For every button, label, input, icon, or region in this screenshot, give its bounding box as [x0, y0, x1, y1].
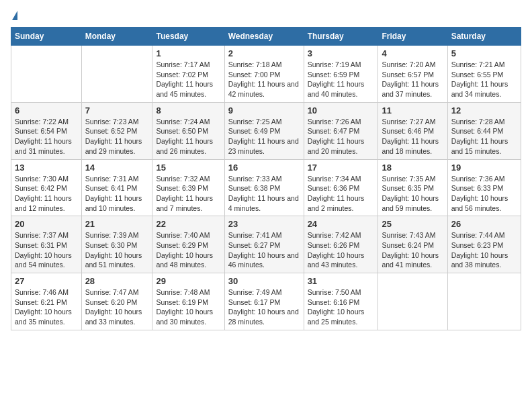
day-number: 24: [308, 219, 375, 229]
day-of-week-header: Wednesday: [224, 28, 304, 46]
calendar-day-cell: 10Sunrise: 7:26 AMSunset: 6:47 PMDayligh…: [304, 102, 378, 159]
day-info: Sunrise: 7:47 AMSunset: 6:20 PMDaylight:…: [85, 287, 149, 327]
day-info: Sunrise: 7:28 AMSunset: 6:44 PMDaylight:…: [451, 117, 517, 156]
day-number: 21: [85, 219, 149, 229]
day-number: 4: [382, 48, 443, 58]
day-info: Sunrise: 7:33 AMSunset: 6:38 PMDaylight:…: [228, 174, 300, 214]
day-info: Sunrise: 7:39 AMSunset: 6:30 PMDaylight:…: [85, 230, 149, 270]
calendar-week-row: 20Sunrise: 7:37 AMSunset: 6:31 PMDayligh…: [11, 216, 521, 273]
calendar-day-cell: 9Sunrise: 7:25 AMSunset: 6:49 PMDaylight…: [224, 102, 304, 159]
calendar-week-row: 13Sunrise: 7:30 AMSunset: 6:42 PMDayligh…: [11, 159, 521, 216]
day-of-week-header: Thursday: [304, 28, 378, 46]
calendar-day-cell: 21Sunrise: 7:39 AMSunset: 6:30 PMDayligh…: [81, 216, 152, 273]
day-info: Sunrise: 7:35 AMSunset: 6:35 PMDaylight:…: [382, 174, 443, 214]
day-number: 28: [85, 276, 149, 286]
calendar-day-cell: 23Sunrise: 7:41 AMSunset: 6:27 PMDayligh…: [224, 216, 304, 273]
page-header: [11, 11, 521, 21]
day-number: 31: [308, 276, 375, 286]
day-number: 8: [156, 105, 220, 116]
day-of-week-header: Monday: [81, 28, 152, 46]
day-number: 2: [228, 48, 300, 58]
day-number: 17: [308, 163, 375, 173]
logo: [11, 11, 17, 21]
calendar-day-cell: 22Sunrise: 7:40 AMSunset: 6:29 PMDayligh…: [152, 216, 224, 273]
calendar-day-cell: [378, 273, 447, 330]
calendar-day-cell: 24Sunrise: 7:42 AMSunset: 6:26 PMDayligh…: [304, 216, 378, 273]
day-number: 20: [15, 219, 78, 229]
calendar-day-cell: [81, 46, 152, 103]
day-info: Sunrise: 7:27 AMSunset: 6:46 PMDaylight:…: [382, 117, 443, 156]
logo-triangle-icon: [12, 11, 17, 20]
day-of-week-header: Sunday: [11, 28, 82, 46]
day-info: Sunrise: 7:19 AMSunset: 6:59 PMDaylight:…: [308, 60, 375, 99]
calendar-day-cell: 1Sunrise: 7:17 AMSunset: 7:02 PMDaylight…: [152, 46, 224, 103]
day-info: Sunrise: 7:48 AMSunset: 6:19 PMDaylight:…: [156, 287, 220, 327]
calendar-day-cell: 3Sunrise: 7:19 AMSunset: 6:59 PMDaylight…: [304, 46, 378, 103]
day-info: Sunrise: 7:23 AMSunset: 6:52 PMDaylight:…: [85, 117, 149, 156]
day-number: 1: [156, 48, 220, 58]
calendar-day-cell: 12Sunrise: 7:28 AMSunset: 6:44 PMDayligh…: [447, 102, 521, 159]
day-number: 11: [382, 105, 443, 116]
calendar-day-cell: 6Sunrise: 7:22 AMSunset: 6:54 PMDaylight…: [11, 102, 82, 159]
day-info: Sunrise: 7:49 AMSunset: 6:17 PMDaylight:…: [228, 287, 300, 327]
day-info: Sunrise: 7:40 AMSunset: 6:29 PMDaylight:…: [156, 230, 220, 270]
day-number: 5: [451, 48, 517, 58]
day-number: 26: [451, 219, 517, 229]
day-number: 19: [451, 163, 517, 173]
day-number: 14: [85, 163, 149, 173]
day-info: Sunrise: 7:42 AMSunset: 6:26 PMDaylight:…: [308, 230, 375, 270]
day-info: Sunrise: 7:43 AMSunset: 6:24 PMDaylight:…: [382, 230, 443, 270]
day-info: Sunrise: 7:50 AMSunset: 6:16 PMDaylight:…: [308, 287, 375, 327]
day-info: Sunrise: 7:24 AMSunset: 6:50 PMDaylight:…: [156, 117, 220, 156]
calendar-day-cell: 18Sunrise: 7:35 AMSunset: 6:35 PMDayligh…: [378, 159, 447, 216]
calendar-day-cell: 26Sunrise: 7:44 AMSunset: 6:23 PMDayligh…: [447, 216, 521, 273]
calendar-day-cell: 27Sunrise: 7:46 AMSunset: 6:21 PMDayligh…: [11, 273, 82, 330]
calendar-day-cell: 29Sunrise: 7:48 AMSunset: 6:19 PMDayligh…: [152, 273, 224, 330]
day-number: 22: [156, 219, 220, 229]
calendar-week-row: 27Sunrise: 7:46 AMSunset: 6:21 PMDayligh…: [11, 273, 521, 330]
day-info: Sunrise: 7:22 AMSunset: 6:54 PMDaylight:…: [15, 117, 78, 156]
day-info: Sunrise: 7:32 AMSunset: 6:39 PMDaylight:…: [156, 174, 220, 214]
day-info: Sunrise: 7:18 AMSunset: 7:00 PMDaylight:…: [228, 60, 300, 99]
day-number: 29: [156, 276, 220, 286]
calendar-day-cell: 31Sunrise: 7:50 AMSunset: 6:16 PMDayligh…: [304, 273, 378, 330]
calendar-day-cell: 30Sunrise: 7:49 AMSunset: 6:17 PMDayligh…: [224, 273, 304, 330]
calendar-day-cell: 4Sunrise: 7:20 AMSunset: 6:57 PMDaylight…: [378, 46, 447, 103]
calendar-day-cell: 2Sunrise: 7:18 AMSunset: 7:00 PMDaylight…: [224, 46, 304, 103]
day-info: Sunrise: 7:25 AMSunset: 6:49 PMDaylight:…: [228, 117, 300, 156]
calendar-day-cell: 25Sunrise: 7:43 AMSunset: 6:24 PMDayligh…: [378, 216, 447, 273]
calendar-day-cell: 14Sunrise: 7:31 AMSunset: 6:41 PMDayligh…: [81, 159, 152, 216]
day-of-week-header: Friday: [378, 28, 447, 46]
day-info: Sunrise: 7:36 AMSunset: 6:33 PMDaylight:…: [451, 174, 517, 214]
day-number: 25: [382, 219, 443, 229]
day-number: 18: [382, 163, 443, 173]
day-number: 7: [85, 105, 149, 116]
day-number: 15: [156, 163, 220, 173]
day-number: 10: [308, 105, 375, 116]
day-number: 16: [228, 163, 300, 173]
day-info: Sunrise: 7:21 AMSunset: 6:55 PMDaylight:…: [451, 60, 517, 99]
calendar-week-row: 6Sunrise: 7:22 AMSunset: 6:54 PMDaylight…: [11, 102, 521, 159]
day-info: Sunrise: 7:17 AMSunset: 7:02 PMDaylight:…: [156, 60, 220, 99]
day-number: 3: [308, 48, 375, 58]
day-info: Sunrise: 7:44 AMSunset: 6:23 PMDaylight:…: [451, 230, 517, 270]
day-info: Sunrise: 7:30 AMSunset: 6:42 PMDaylight:…: [15, 174, 78, 214]
day-number: 13: [15, 163, 78, 173]
day-info: Sunrise: 7:34 AMSunset: 6:36 PMDaylight:…: [308, 174, 375, 214]
day-number: 23: [228, 219, 300, 229]
calendar-day-cell: 15Sunrise: 7:32 AMSunset: 6:39 PMDayligh…: [152, 159, 224, 216]
calendar-day-cell: 20Sunrise: 7:37 AMSunset: 6:31 PMDayligh…: [11, 216, 82, 273]
calendar-day-cell: 17Sunrise: 7:34 AMSunset: 6:36 PMDayligh…: [304, 159, 378, 216]
calendar-day-cell: 7Sunrise: 7:23 AMSunset: 6:52 PMDaylight…: [81, 102, 152, 159]
day-number: 6: [15, 105, 78, 116]
day-of-week-header: Tuesday: [152, 28, 224, 46]
calendar-day-cell: 8Sunrise: 7:24 AMSunset: 6:50 PMDaylight…: [152, 102, 224, 159]
day-info: Sunrise: 7:26 AMSunset: 6:47 PMDaylight:…: [308, 117, 375, 156]
calendar-day-cell: 13Sunrise: 7:30 AMSunset: 6:42 PMDayligh…: [11, 159, 82, 216]
calendar-day-cell: [447, 273, 521, 330]
calendar-day-cell: 19Sunrise: 7:36 AMSunset: 6:33 PMDayligh…: [447, 159, 521, 216]
calendar-day-cell: [11, 46, 82, 103]
day-info: Sunrise: 7:20 AMSunset: 6:57 PMDaylight:…: [382, 60, 443, 99]
calendar-day-cell: 11Sunrise: 7:27 AMSunset: 6:46 PMDayligh…: [378, 102, 447, 159]
calendar-day-cell: 28Sunrise: 7:47 AMSunset: 6:20 PMDayligh…: [81, 273, 152, 330]
